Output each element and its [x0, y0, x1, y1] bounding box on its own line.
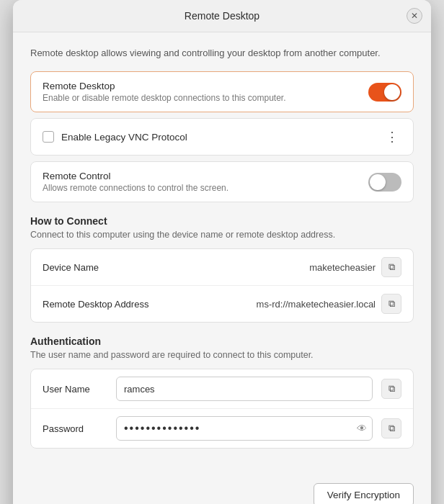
legacy-vnc-card: Enable Legacy VNC Protocol ⋮ [30, 118, 414, 156]
remote-desktop-info: Remote Desktop Enable or disable remote … [43, 81, 286, 103]
remote-desktop-dialog: Remote Desktop ✕ Remote desktop allows v… [13, 0, 431, 504]
legacy-vnc-checkbox[interactable] [43, 131, 54, 143]
close-button[interactable]: ✕ [407, 8, 422, 24]
username-label: User Name [43, 384, 107, 395]
dialog-title: Remote Desktop [185, 10, 259, 22]
copy-address-icon: ⧉ [388, 298, 395, 310]
remote-address-key: Remote Desktop Address [43, 299, 148, 310]
device-name-key: Device Name [43, 262, 99, 273]
legacy-vnc-row: Enable Legacy VNC Protocol ⋮ [31, 119, 413, 155]
remote-desktop-sublabel: Enable or disable remote desktop connect… [43, 93, 286, 103]
legacy-vnc-left: Enable Legacy VNC Protocol [43, 131, 187, 143]
remote-control-card: Remote Control Allows remote connections… [30, 161, 414, 202]
remote-address-value-group: ms-rd://maketecheasier.local ⧉ [257, 294, 401, 314]
authentication-desc: The user name and password are required … [30, 350, 414, 360]
copy-address-button[interactable]: ⧉ [381, 294, 401, 314]
device-name-row: Device Name maketecheasier ⧉ [31, 249, 413, 285]
remote-control-toggle[interactable] [368, 173, 401, 192]
copy-password-button[interactable]: ⧉ [381, 418, 401, 438]
connection-info-table: Device Name maketecheasier ⧉ Remote Desk… [30, 248, 414, 323]
remote-address-row: Remote Desktop Address ms-rd://maketeche… [31, 285, 413, 322]
remote-control-knob [370, 174, 386, 190]
dialog-content: Remote desktop allows viewing and contro… [13, 32, 431, 474]
username-input[interactable] [116, 377, 373, 401]
device-name-value: maketecheasier [309, 262, 376, 273]
remote-control-info: Remote Control Allows remote connections… [43, 171, 228, 193]
legacy-vnc-menu-icon[interactable]: ⋮ [383, 127, 401, 146]
remote-desktop-card: Remote Desktop Enable or disable remote … [30, 71, 414, 112]
remote-desktop-toggle[interactable] [368, 83, 401, 102]
password-wrapper: 👁 [116, 416, 373, 441]
authentication-title: Authentication [30, 336, 414, 347]
copy-password-icon: ⧉ [388, 423, 395, 434]
authentication-table: User Name ⧉ Password 👁 ⧉ [30, 369, 414, 449]
password-input[interactable] [116, 416, 373, 441]
password-label: Password [43, 423, 107, 434]
intro-description: Remote desktop allows viewing and contro… [30, 47, 414, 60]
copy-device-name-button[interactable]: ⧉ [381, 257, 401, 277]
verify-encryption-button[interactable]: Verify Encryption [314, 483, 414, 504]
remote-desktop-label: Remote Desktop [43, 81, 286, 91]
device-name-value-group: maketecheasier ⧉ [309, 257, 401, 277]
how-to-connect-desc: Connect to this computer using the devic… [30, 230, 414, 240]
toggle-knob [384, 84, 400, 100]
remote-control-toggle-row: Remote Control Allows remote connections… [31, 162, 413, 202]
title-bar: Remote Desktop ✕ [13, 0, 431, 32]
password-row: Password 👁 ⧉ [31, 408, 413, 448]
copy-username-icon: ⧉ [388, 383, 395, 395]
legacy-vnc-label: Enable Legacy VNC Protocol [61, 132, 187, 143]
copy-username-button[interactable]: ⧉ [381, 379, 401, 399]
how-to-connect-title: How to Connect [30, 215, 414, 227]
remote-desktop-toggle-row: Remote Desktop Enable or disable remote … [31, 72, 413, 112]
copy-device-name-icon: ⧉ [388, 261, 395, 273]
remote-address-value: ms-rd://maketecheasier.local [257, 299, 376, 310]
remote-control-label: Remote Control [43, 171, 228, 181]
bottom-bar: Verify Encryption [13, 474, 431, 504]
username-row: User Name ⧉ [31, 369, 413, 408]
close-icon: ✕ [411, 11, 418, 21]
remote-control-sublabel: Allows remote connections to control the… [43, 183, 228, 193]
toggle-password-visibility-icon[interactable]: 👁 [357, 423, 367, 434]
